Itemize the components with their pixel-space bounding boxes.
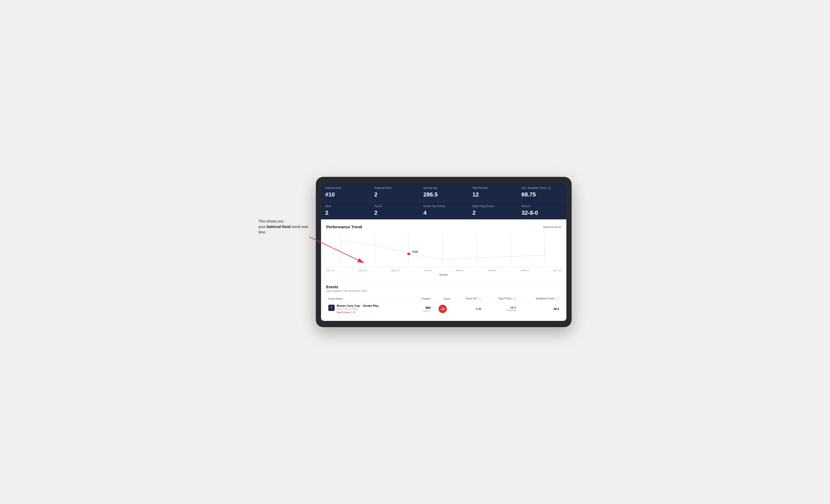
col-total-points: Total Points i (483, 296, 518, 302)
info-icon-avg-weighted[interactable]: i (548, 187, 551, 190)
svg-point-9 (407, 253, 410, 255)
svg-text:#10: #10 (412, 250, 418, 254)
tablet-frame: National Rank #10 Regional Rank 2 Scorin… (316, 177, 572, 327)
stat-top3s: Top 3s 2 (370, 201, 419, 220)
stat-scoring-avg: Scoring Avg. 286.5 (419, 183, 468, 201)
table-row: 🏌 Buster Cozy Cup – Stroke Play Oct 9 - … (326, 302, 561, 316)
event-date: Oct 9 - Oct 10, 2023 (337, 308, 379, 310)
event-weighted-points: 28.3 (518, 302, 561, 316)
chart-x-labels: OCT 23 NOV 23 DEC 23 JAN 24 FEB 24 MAR 2… (326, 268, 561, 273)
event-position: 6th out of 7 (412, 302, 433, 316)
stat-regional-rank: Regional Rank 2 (370, 183, 419, 201)
col-weighted-points: Weighted Points i (518, 296, 561, 302)
stat-stroke-play-events: Stroke Play Events 4 (419, 201, 468, 220)
main-content: Performance Trend National Rank (321, 220, 566, 321)
event-icon: 🏌 (328, 305, 334, 311)
info-icon-total-points[interactable]: i (513, 297, 516, 300)
chart-x-title: Months (326, 273, 561, 276)
events-title: Events (326, 285, 561, 289)
stat-match-play-events: Match Play Events 2 (468, 201, 517, 220)
stat-national-rank: National Rank #10 (321, 183, 370, 201)
event-rank-impact: Rank Impact: 3 ▼ (337, 311, 379, 313)
col-event-name: Event Name (326, 296, 412, 302)
event-title: Buster Cozy Cup – Stroke Play (337, 304, 379, 307)
events-section: Events Last updated: 24th November 2023 … (326, 280, 561, 316)
event-score: -22 (433, 302, 452, 316)
performance-trend-chart: #10 (326, 233, 561, 267)
col-score: Score (433, 296, 452, 302)
stat-wins: Wins 2 (321, 201, 370, 220)
event-total-points: 28.3 3 Rounds (483, 302, 518, 316)
stat-record: Record 32-8-0 (517, 201, 566, 220)
events-table: Event Name Position Score Event SG i Tot… (326, 296, 561, 316)
stat-total-rounds: Total Rounds 12 (468, 183, 517, 201)
col-position: Position (412, 296, 433, 302)
stat-avg-weighted-points: Avg. Weighted Points i 68.75 (517, 183, 566, 201)
stats-grid-row2: Wins 2 Top 3s 2 Stroke Play Events 4 Mat… (321, 201, 566, 220)
event-name-cell: 🏌 Buster Cozy Cup – Stroke Play Oct 9 - … (326, 302, 412, 316)
event-sg: 0.45 (453, 302, 484, 316)
info-icon-event-sg[interactable]: i (478, 297, 481, 300)
stats-grid-row1: National Rank #10 Regional Rank 2 Scorin… (321, 183, 566, 201)
annotation-text: This shows you your National Rank trend … (258, 219, 311, 235)
events-last-updated: Last updated: 24th November 2023 (326, 290, 561, 293)
performance-trend-header: Performance Trend National Rank (326, 225, 561, 229)
col-event-sg: Event SG i (453, 296, 484, 302)
performance-trend-label: National Rank (543, 225, 561, 229)
chart-svg: #10 (326, 233, 561, 267)
info-icon-weighted-points[interactable]: i (556, 297, 559, 300)
tablet-screen: National Rank #10 Regional Rank 2 Scorin… (321, 183, 566, 321)
performance-trend-title: Performance Trend (326, 225, 362, 229)
